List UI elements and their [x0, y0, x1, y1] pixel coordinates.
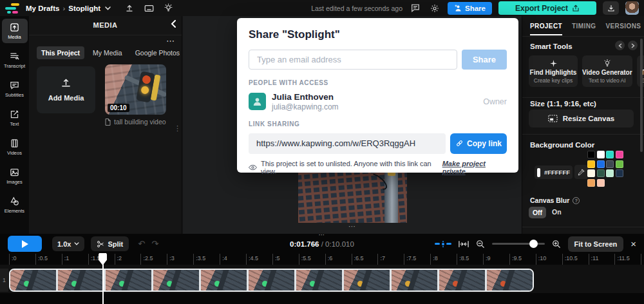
publish-icon[interactable]	[123, 2, 136, 15]
sidebar-item-videos[interactable]: Videos	[2, 135, 28, 159]
zoom-slider-knob[interactable]	[529, 240, 538, 248]
tab-this-project[interactable]: This Project	[37, 46, 84, 59]
sidebar-item-subtitles[interactable]: Subtitles	[2, 77, 28, 101]
sidebar-item-transcript[interactable]: Transcript	[2, 48, 28, 72]
canvas-drag-handle[interactable]: ⋯	[348, 222, 356, 231]
color-swatch[interactable]	[587, 160, 595, 168]
help-icon[interactable]: ?	[573, 197, 580, 204]
add-person-icon	[454, 5, 462, 12]
ruler-tick: :6	[325, 254, 352, 265]
color-swatch[interactable]	[606, 160, 614, 168]
redo-icon[interactable]: ↷	[151, 239, 158, 249]
split-label: Split	[108, 240, 123, 248]
sidebar-item-elements[interactable]: Elements	[2, 193, 28, 217]
canvas-blur-heading: Canvas Blur ?	[530, 196, 580, 204]
resize-canvas-button[interactable]: Resize Canvas	[529, 109, 634, 128]
canvas-blur-on-toggle[interactable]: On	[552, 208, 562, 216]
timeline-drag-handle[interactable]: ⋯	[319, 231, 326, 238]
ruler-tick: :2	[115, 254, 141, 265]
clip-frame-thumbnail	[439, 270, 487, 290]
tab-project[interactable]: PROJECT	[530, 23, 562, 35]
color-swatch[interactable]	[597, 160, 605, 168]
card-subtitle: Text to video AI	[589, 77, 626, 84]
media-item-thumbnail[interactable]: 00:10	[105, 64, 166, 115]
ruler-tick: :7	[377, 254, 404, 265]
clip-frame-thumbnail	[392, 270, 439, 290]
color-swatch[interactable]	[606, 169, 614, 177]
duration-badge: 00:10	[108, 104, 129, 112]
tab-google-photos[interactable]: Google Photos	[131, 46, 184, 59]
export-button-label: Export Project	[515, 4, 568, 13]
sidebar-item-media[interactable]: Media	[2, 19, 28, 43]
clip-frame-thumbnail	[296, 270, 344, 290]
close-timeline-icon[interactable]: ×	[630, 238, 636, 249]
eyedropper-button[interactable]	[574, 165, 588, 179]
person-row: Julia Enthoven julia@kapwing.com Owner	[249, 92, 507, 111]
color-swatch[interactable]	[597, 179, 605, 187]
canvas-blur-off-toggle[interactable]: Off	[529, 207, 546, 218]
smart-tools-next-icon[interactable]	[628, 41, 638, 50]
tab-versions[interactable]: VERSIONS	[605, 23, 641, 35]
user-avatar[interactable]	[625, 1, 639, 15]
settings-gear-icon[interactable]	[428, 2, 441, 15]
zoom-out-icon[interactable]	[476, 240, 485, 249]
video-generator-card[interactable]: Video Generator Text to video AI	[582, 55, 632, 87]
ruler-tick: :10	[536, 254, 562, 265]
breadcrumb-root[interactable]: My Drafts	[26, 5, 59, 12]
color-swatch[interactable]	[616, 169, 623, 177]
smart-cut-icon[interactable]	[435, 243, 451, 245]
tools-sidebar: Media Transcript Subtitles Text Videos I…	[0, 16, 29, 234]
modal-share-button[interactable]: Share	[462, 50, 507, 70]
tab-timing[interactable]: TIMING	[572, 23, 596, 35]
split-button[interactable]: Split	[91, 236, 129, 251]
panel-scrollbar[interactable]	[640, 39, 643, 152]
kapwing-logo-icon[interactable]	[5, 3, 19, 14]
comments-icon[interactable]	[409, 2, 422, 15]
sidebar-item-text[interactable]: Text	[2, 106, 28, 130]
find-highlights-card[interactable]: Find Highlights Create key clips	[529, 55, 578, 87]
current-color-button[interactable]: #FFFFFF	[535, 166, 573, 179]
make-private-link[interactable]: Make project private	[442, 160, 507, 175]
fit-to-screen-button[interactable]: Fit to Screen	[568, 236, 624, 252]
chevron-down-icon[interactable]	[104, 2, 111, 15]
collapse-panel-icon[interactable]	[171, 20, 176, 28]
zoom-in-icon[interactable]	[552, 240, 561, 249]
export-project-button[interactable]: Export Project	[498, 1, 596, 15]
keyboard-shortcuts-icon[interactable]	[142, 2, 155, 15]
download-button[interactable]	[603, 1, 619, 15]
timeline: ⋯ 1.0x Split ↶ ↷ 0:01.766 / 0:10.010	[0, 234, 644, 304]
share-link-field[interactable]: https://www.kapwing.com/w/ERQ3RqggAH	[249, 133, 446, 154]
media-panel-title: MEDIA	[29, 21, 182, 29]
sidebar-item-images[interactable]: Images	[2, 164, 28, 188]
canvas-blur-label: Canvas Blur	[530, 196, 569, 204]
add-media-button[interactable]: Add Media	[37, 66, 95, 113]
ruler-tick: :8	[430, 254, 457, 265]
copy-link-button[interactable]: Copy link	[450, 133, 507, 154]
images-icon	[10, 167, 19, 177]
play-button[interactable]	[8, 236, 42, 252]
share-button[interactable]: Share	[448, 2, 492, 15]
email-input[interactable]	[249, 50, 457, 70]
sidebar-item-label: Elements	[5, 208, 24, 214]
undo-icon[interactable]: ↶	[138, 239, 145, 249]
tab-my-media[interactable]: My Media	[88, 46, 127, 59]
color-swatch[interactable]	[606, 151, 614, 158]
more-options-icon[interactable]: ⋯	[166, 36, 175, 46]
video-clip[interactable]	[9, 269, 534, 292]
color-swatch[interactable]	[597, 169, 605, 177]
color-swatch[interactable]	[587, 169, 595, 177]
video-preview[interactable]	[298, 173, 407, 223]
timeline-zoom-slider[interactable]	[492, 243, 545, 245]
color-swatch[interactable]	[616, 151, 623, 158]
color-swatch[interactable]	[597, 151, 605, 158]
smart-tools-prev-icon[interactable]	[615, 41, 625, 50]
breadcrumb[interactable]: My Drafts › Stoplight	[26, 2, 111, 15]
playback-speed-button[interactable]: 1.0x	[52, 236, 84, 251]
color-swatch[interactable]	[587, 151, 595, 158]
jump-to-edit-icon[interactable]	[459, 240, 469, 248]
color-swatch[interactable]	[616, 160, 623, 168]
suggestions-bulb-icon[interactable]	[162, 2, 175, 15]
current-color-swatch	[537, 168, 540, 177]
panel-resize-handle[interactable]: ⋮	[174, 124, 181, 133]
color-swatch[interactable]	[587, 179, 595, 187]
